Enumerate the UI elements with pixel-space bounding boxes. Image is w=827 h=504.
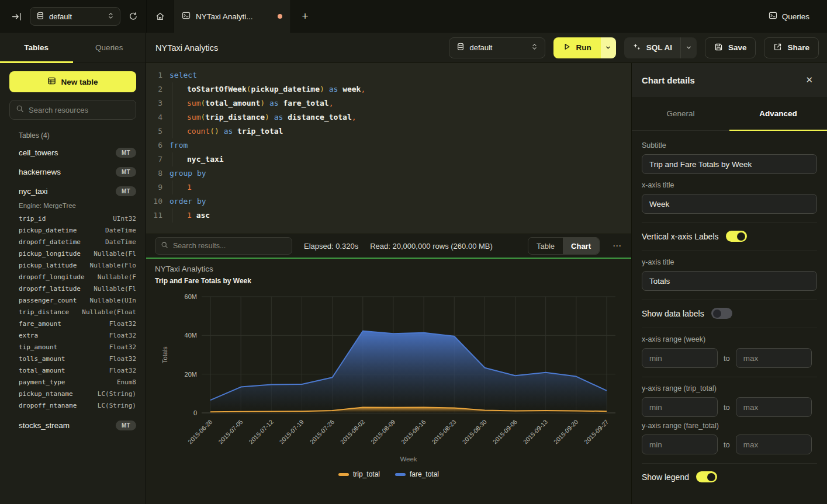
- sql-ai-button-group: SQL AI: [624, 37, 697, 58]
- panel-tab-general[interactable]: General: [632, 97, 729, 130]
- legend-swatch: [395, 473, 406, 476]
- legend-label: fare_total: [410, 470, 439, 478]
- share-button[interactable]: Share: [764, 37, 819, 58]
- yaxis-title-label: y-axis title: [642, 258, 817, 266]
- table-row[interactable]: stocks_streamMT: [0, 416, 146, 435]
- svg-text:2015-08-16: 2015-08-16: [400, 418, 427, 446]
- tab-nytaxi-analytics[interactable]: NYTaxi Analyti...: [173, 0, 291, 33]
- topbar-database-selector[interactable]: default: [30, 7, 120, 26]
- save-icon: [714, 43, 723, 53]
- range-to-label: to: [724, 403, 730, 412]
- code-line: 91: [146, 180, 631, 194]
- chart-panel: NYTaxi Analytics Trip and Fare Totals by…: [146, 259, 631, 504]
- xaxis-title-label: x-axis title: [642, 181, 817, 189]
- results-search-input[interactable]: [173, 242, 286, 250]
- svg-text:2015-09-13: 2015-09-13: [522, 418, 549, 446]
- column-row: passenger_countNullable(UIn: [0, 294, 146, 306]
- column-row: payment_typeEnum8: [0, 376, 146, 388]
- queries-button[interactable]: Queries: [769, 11, 827, 22]
- sql-ai-dropdown-button[interactable]: [680, 37, 697, 58]
- sidebar-search-input[interactable]: [29, 106, 130, 114]
- run-dropdown-button[interactable]: [601, 37, 616, 58]
- sidebar-search[interactable]: [9, 100, 136, 120]
- yaxis-range-fare-min-input[interactable]: [642, 435, 718, 454]
- legend-item-fare_total[interactable]: fare_total: [395, 470, 439, 478]
- read-stat: Read: 20,000,000 rows (260.00 MB): [370, 242, 493, 251]
- code-line: 2toStartOfWeek(pickup_datetime) as week,: [146, 82, 631, 96]
- yaxis-range-fare-max-input[interactable]: [736, 435, 812, 454]
- xaxis-range-label: x-axis range (week): [642, 335, 817, 343]
- yaxis-range-trip-min-input[interactable]: [642, 397, 718, 417]
- tab-title: NYTaxi Analyti...: [196, 12, 253, 21]
- svg-text:60M: 60M: [185, 293, 197, 300]
- table-row[interactable]: nyc_taxiMT: [0, 182, 146, 201]
- home-button[interactable]: [146, 0, 173, 33]
- view-toggle: Table Chart: [528, 237, 600, 255]
- show-legend-label: Show legend: [642, 472, 689, 482]
- table-row[interactable]: hackernewsMT: [0, 162, 146, 182]
- database-icon: [456, 43, 465, 53]
- yaxis-title-input[interactable]: [642, 271, 817, 291]
- show-data-labels-toggle[interactable]: [711, 308, 732, 319]
- chart-details-panel: Chart details ✕ General Advanced Subtitl…: [631, 63, 827, 504]
- query-database-selector[interactable]: default: [449, 37, 545, 58]
- yaxis-range-trip-max-input[interactable]: [736, 397, 812, 417]
- engine-badge: MT: [116, 167, 136, 177]
- code-line: 8group by: [146, 166, 631, 180]
- save-label: Save: [728, 43, 747, 52]
- query-header: NYTaxi Analytics default Run: [146, 33, 827, 63]
- sql-ai-button[interactable]: SQL AI: [624, 37, 680, 58]
- show-legend-toggle[interactable]: [696, 471, 717, 482]
- view-toggle-table[interactable]: Table: [528, 238, 563, 254]
- sparkles-icon: [632, 43, 641, 53]
- close-icon[interactable]: ✕: [805, 75, 813, 85]
- xaxis-range-min-input[interactable]: [642, 348, 718, 368]
- table-row[interactable]: cell_towersMT: [0, 143, 146, 162]
- vertical-xaxis-labels-toggle[interactable]: [726, 231, 747, 242]
- column-row: tolls_amountFloat32: [0, 353, 146, 364]
- topbar-database-value: default: [49, 12, 72, 21]
- column-row: pickup_latitudeNullable(Flo: [0, 259, 146, 271]
- code-line: 1select: [146, 68, 631, 82]
- refresh-icon[interactable]: [129, 12, 138, 21]
- subtitle-label: Subtitle: [642, 141, 817, 150]
- panel-tab-advanced[interactable]: Advanced: [729, 97, 827, 130]
- svg-text:0: 0: [193, 409, 197, 416]
- area-chart: 020M40M60MTotals2015-06-282015-07-052015…: [146, 259, 631, 504]
- collapse-sidebar-icon[interactable]: [12, 12, 22, 22]
- updown-chevrons-icon: [108, 12, 114, 22]
- svg-text:40M: 40M: [185, 332, 197, 339]
- view-toggle-chart[interactable]: Chart: [563, 238, 599, 254]
- table-engine-label: Engine: MergeTree: [0, 201, 146, 213]
- search-icon: [161, 241, 168, 251]
- save-button[interactable]: Save: [705, 37, 756, 58]
- engine-badge: MT: [116, 186, 136, 196]
- xaxis-range-max-input[interactable]: [736, 348, 812, 368]
- sidebar-tab-queries[interactable]: Queries: [73, 33, 146, 62]
- sql-editor[interactable]: 1select2toStartOfWeek(pickup_datetime) a…: [146, 63, 631, 234]
- column-row: dropoff_datetimeDateTime: [0, 236, 146, 248]
- add-tab-button[interactable]: +: [291, 0, 319, 33]
- database-icon: [36, 12, 44, 22]
- engine-badge: MT: [116, 148, 136, 158]
- subtitle-input[interactable]: [642, 154, 817, 174]
- svg-text:Week: Week: [400, 456, 417, 463]
- console-icon: [769, 11, 777, 22]
- yaxis-range-trip-label: y-axis range (trip_total): [642, 384, 817, 392]
- run-button[interactable]: Run: [553, 37, 600, 58]
- sidebar-tab-tables[interactable]: Tables: [0, 33, 73, 62]
- query-database-value: default: [469, 43, 492, 52]
- svg-text:2015-07-05: 2015-07-05: [217, 418, 244, 446]
- tables-list: cell_towersMThackernewsMTnyc_taxiMTEngin…: [0, 143, 146, 435]
- more-options-icon[interactable]: ⋯: [611, 241, 623, 251]
- results-search[interactable]: [155, 237, 292, 255]
- tab-strip: NYTaxi Analyti... +: [146, 0, 319, 33]
- share-label: Share: [787, 43, 809, 52]
- xaxis-title-input[interactable]: [642, 194, 817, 214]
- sql-ai-label: SQL AI: [646, 43, 672, 52]
- column-row: dropoff_longitudeNullable(F: [0, 271, 146, 283]
- queries-label: Queries: [782, 12, 809, 21]
- updown-chevrons-icon: [531, 43, 538, 53]
- new-table-button[interactable]: New table: [9, 71, 136, 92]
- legend-item-trip_total[interactable]: trip_total: [338, 470, 380, 478]
